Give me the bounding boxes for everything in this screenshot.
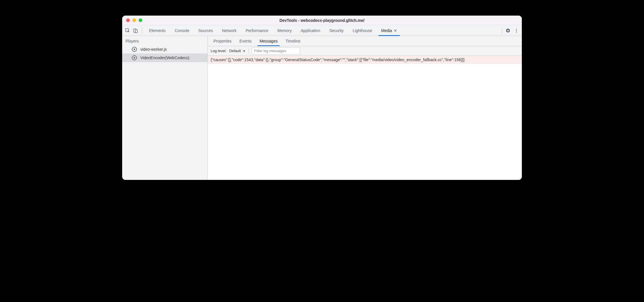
- chevron-down-icon: ▼: [243, 49, 246, 53]
- tab-label: Elements: [149, 28, 166, 33]
- tab-lighthouse[interactable]: Lighthouse: [348, 25, 377, 36]
- tab-performance[interactable]: Performance: [241, 25, 273, 36]
- tab-elements[interactable]: Elements: [145, 25, 170, 36]
- svg-point-5: [516, 31, 517, 32]
- main-tabbar: ElementsConsoleSourcesNetworkPerformance…: [122, 25, 522, 36]
- sidebar: Players video-worker.jsVideoEncoder(WebC…: [122, 36, 208, 180]
- log-level-label: Log level:: [211, 49, 226, 53]
- sub-tabbar: PropertiesEventsMessagesTimeline: [208, 36, 522, 46]
- more-menu-icon[interactable]: [514, 28, 519, 33]
- window-minimize-button[interactable]: [132, 18, 136, 22]
- tab-label: Lighthouse: [353, 28, 372, 33]
- tab-console[interactable]: Console: [170, 25, 194, 36]
- svg-rect-2: [135, 30, 137, 33]
- inspect-element-icon[interactable]: [125, 28, 130, 33]
- subtab-timeline[interactable]: Timeline: [281, 36, 304, 46]
- titlebar: DevTools - webcodecs-playground.glitch.m…: [122, 16, 522, 25]
- traffic-lights: [126, 18, 142, 22]
- player-item[interactable]: VideoEncoder(WebCodecs): [122, 54, 207, 62]
- window-maximize-button[interactable]: [139, 18, 142, 22]
- tab-application[interactable]: Application: [296, 25, 325, 36]
- log-level-value: Default: [229, 49, 241, 53]
- log-level-select[interactable]: Default ▼: [229, 48, 249, 54]
- player-label: video-worker.js: [140, 47, 167, 52]
- tab-sources[interactable]: Sources: [194, 25, 217, 36]
- tab-label: Sources: [198, 28, 213, 33]
- tab-label: Media: [381, 28, 392, 33]
- tab-label: Performance: [245, 28, 268, 33]
- main-tabs: ElementsConsoleSourcesNetworkPerformance…: [145, 25, 402, 36]
- close-icon[interactable]: ✕: [394, 28, 397, 33]
- subtab-events[interactable]: Events: [236, 36, 256, 46]
- toolbar-right-icons: [502, 27, 519, 34]
- player-label: VideoEncoder(WebCodecs): [140, 56, 189, 60]
- body-split: Players video-worker.jsVideoEncoder(WebC…: [122, 36, 522, 180]
- tab-label: Console: [175, 28, 189, 33]
- svg-point-4: [516, 30, 517, 31]
- log-area: {"causes":[],"code":1543,"data":{},"grou…: [208, 56, 522, 180]
- log-row: {"causes":[],"code":1543,"data":{},"grou…: [208, 56, 522, 64]
- svg-point-3: [516, 29, 517, 29]
- window-close-button[interactable]: [126, 18, 130, 22]
- tab-memory[interactable]: Memory: [273, 25, 296, 36]
- toolbar-left-icons: [125, 27, 142, 34]
- devtools-window: DevTools - webcodecs-playground.glitch.m…: [122, 16, 522, 180]
- subtab-properties[interactable]: Properties: [209, 36, 236, 46]
- settings-icon[interactable]: [505, 28, 510, 33]
- tab-label: Application: [301, 28, 320, 33]
- main-pane: PropertiesEventsMessagesTimeline Log lev…: [208, 36, 522, 180]
- tab-security[interactable]: Security: [325, 25, 348, 36]
- play-icon: [132, 55, 137, 60]
- player-item[interactable]: video-worker.js: [122, 45, 207, 54]
- play-icon: [132, 47, 137, 52]
- subtab-messages[interactable]: Messages: [256, 36, 282, 46]
- sidebar-title: Players: [122, 36, 207, 45]
- window-title: DevTools - webcodecs-playground.glitch.m…: [279, 18, 365, 23]
- filterbar: Log level: Default ▼: [208, 46, 522, 56]
- filter-input[interactable]: [252, 48, 300, 54]
- tab-label: Security: [329, 28, 344, 33]
- tab-label: Memory: [277, 28, 292, 33]
- tab-network[interactable]: Network: [217, 25, 241, 36]
- tab-label: Network: [222, 28, 236, 33]
- device-toolbar-icon[interactable]: [133, 28, 138, 33]
- tab-media[interactable]: Media✕: [377, 25, 402, 36]
